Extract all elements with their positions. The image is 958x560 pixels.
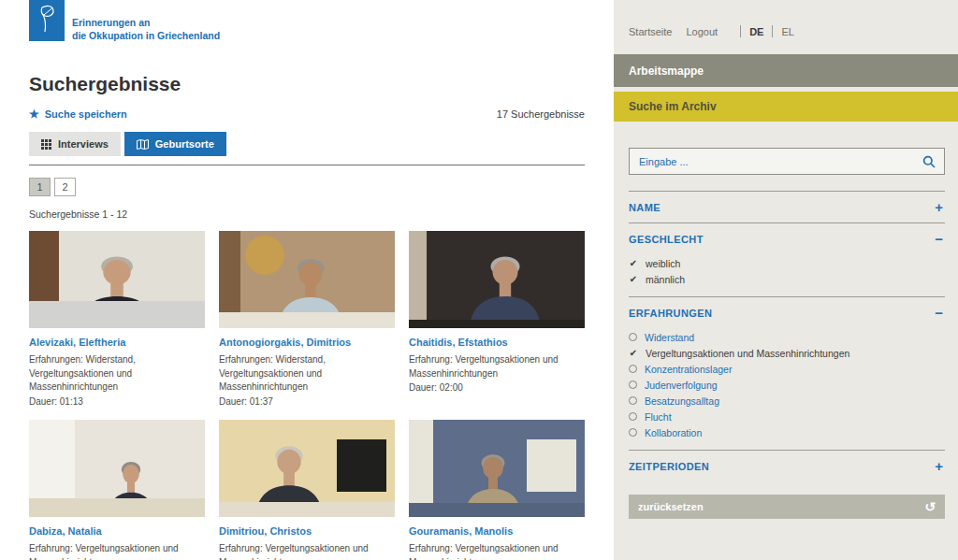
- divider: [29, 165, 585, 165]
- interview-duration: Dauer: 01:13: [29, 395, 205, 409]
- interview-experiences: Erfahrungen: Widerstand, Vergeltungsakti…: [29, 353, 205, 395]
- page: Erinnerungen an die Okkupation in Griech…: [0, 0, 958, 560]
- interview-thumbnail[interactable]: [409, 420, 585, 517]
- suche-im-archiv-bar[interactable]: Suche im Archiv: [614, 92, 958, 122]
- interview-name-link[interactable]: Antonogiorgakis, Dimitrios: [219, 337, 395, 348]
- expand-toggle-icon[interactable]: −: [935, 232, 943, 246]
- filter-option[interactable]: Widerstand: [629, 329, 945, 345]
- interview-experiences: Erfahrungen: Widerstand, Vergeltungsakti…: [219, 353, 395, 395]
- thumbnail-foreground-detail: [29, 498, 205, 518]
- filter-option-label: Widerstand: [645, 332, 694, 343]
- interview-name-link[interactable]: Chaitidis, Efstathios: [409, 337, 585, 348]
- interview-name-link[interactable]: Dimitriou, Christos: [219, 525, 395, 537]
- filter-option-label: Flucht: [645, 411, 672, 423]
- tab-geburtsorte-label: Geburtsorte: [155, 138, 214, 150]
- result-card: Alevizaki, Eleftheria Erfahrungen: Wider…: [29, 231, 205, 409]
- top-navigation: Startseite Logout DE EL: [614, 0, 958, 37]
- interview-thumbnail[interactable]: [409, 231, 585, 328]
- save-search-link[interactable]: ★ Suche speichern: [29, 108, 127, 120]
- filter-list: NAME + GESCHLECHT − ✔ weiblich ✔ männlic…: [629, 191, 945, 481]
- filter-option-label: Besatzungsalltag: [645, 395, 719, 407]
- filter-option[interactable]: Besatzungsalltag: [629, 393, 945, 409]
- sidebar: Startseite Logout DE EL Arbeitsmappe Suc…: [614, 0, 958, 560]
- search-icon[interactable]: [922, 155, 944, 168]
- star-icon: ★: [29, 108, 39, 120]
- results-toolbar: ★ Suche speichern 17 Suchergebnisse: [29, 108, 585, 120]
- grid-icon: [41, 139, 51, 150]
- thumbnail-background-detail: [409, 231, 427, 328]
- tab-interviews[interactable]: Interviews: [29, 132, 121, 156]
- undo-icon: ↺: [924, 500, 936, 513]
- expand-toggle-icon[interactable]: +: [935, 459, 943, 473]
- checkmark-icon: ✔: [629, 259, 638, 268]
- expand-toggle-icon[interactable]: +: [935, 200, 943, 214]
- filter-option[interactable]: Kollaboration: [629, 424, 945, 440]
- interview-experiences: Erfahrung: Vergeltungsaktionen und Masse…: [409, 353, 585, 381]
- filter-option[interactable]: ✔ weiblich: [629, 255, 945, 271]
- thumbnail-foreground-detail: [409, 320, 585, 328]
- lang-el[interactable]: EL: [781, 26, 793, 37]
- result-count: 17 Suchergebnisse: [497, 108, 585, 120]
- checkmark-icon: ✔: [629, 349, 638, 358]
- interview-name-link[interactable]: Alevizaki, Eleftheria: [29, 337, 205, 348]
- page-button-1[interactable]: 1: [29, 178, 51, 196]
- tab-geburtsorte[interactable]: Geburtsorte: [124, 132, 226, 156]
- pagination: 1 2: [29, 178, 585, 196]
- interview-duration: Dauer: 01:37: [219, 395, 395, 409]
- interview-experiences: Erfahrung: Vergeltungsaktionen und Masse…: [409, 542, 585, 560]
- checkmark-icon: [629, 428, 637, 437]
- interview-thumbnail[interactable]: [219, 231, 395, 328]
- result-card: Antonogiorgakis, Dimitrios Erfahrungen: …: [219, 231, 395, 409]
- filter-section: ERFAHRUNGEN − Widerstand ✔ Vergeltungsak…: [629, 296, 945, 450]
- filter-option-label: Konzentrationslager: [645, 364, 732, 375]
- search-box: [629, 148, 945, 175]
- checkmark-icon: [629, 365, 637, 373]
- filter-option[interactable]: Flucht: [629, 409, 945, 424]
- reset-button[interactable]: zurücksetzen ↺: [629, 495, 945, 519]
- filter-section-label: ZEITPERIODEN: [629, 461, 709, 472]
- interview-name-link[interactable]: Gouramanis, Manolis: [409, 525, 585, 537]
- filter-options: Widerstand ✔ Vergeltungsaktionen und Mas…: [629, 328, 945, 450]
- filter-option[interactable]: Judenverfolgung: [629, 377, 945, 393]
- filter-option[interactable]: ✔ Vergeltungsaktionen und Massenhinricht…: [629, 345, 945, 361]
- tab-interviews-label: Interviews: [58, 138, 109, 150]
- site-title-line2: die Okkupation in Griechenland: [72, 29, 220, 42]
- page-button-2[interactable]: 2: [54, 178, 76, 196]
- reset-label: zurücksetzen: [638, 501, 704, 512]
- filter-option[interactable]: Konzentrationslager: [629, 361, 945, 377]
- map-icon: [137, 139, 149, 150]
- site-title[interactable]: Erinnerungen an die Okkupation in Griech…: [72, 16, 220, 42]
- filter-option[interactable]: ✔ männlich: [629, 271, 945, 287]
- site-logo[interactable]: [29, 0, 65, 41]
- results-range: Suchergebnisse 1 - 12: [29, 208, 585, 220]
- interview-experiences: Erfahrung: Vergeltungsaktionen und Masse…: [219, 542, 395, 560]
- expand-toggle-icon[interactable]: −: [935, 306, 943, 320]
- nav-startseite[interactable]: Startseite: [629, 26, 672, 37]
- thumbnail-foreground-detail: [219, 312, 395, 329]
- filter-section: NAME +: [629, 191, 945, 223]
- nav-logout[interactable]: Logout: [686, 26, 718, 37]
- interview-thumbnail[interactable]: [29, 420, 205, 517]
- results-grid: Alevizaki, Eleftheria Erfahrungen: Wider…: [29, 231, 585, 560]
- filter-option-label: weiblich: [646, 258, 680, 269]
- thumbnail-foreground-detail: [219, 502, 395, 518]
- main-content: Erinnerungen an die Okkupation in Griech…: [0, 0, 614, 560]
- lang-de[interactable]: DE: [749, 26, 763, 37]
- interview-duration: Dauer: 02:00: [409, 381, 585, 395]
- filter-option-label: Vergeltungsaktionen und Massenhinrichtun…: [646, 348, 849, 359]
- filter-section-header[interactable]: ERFAHRUNGEN −: [629, 297, 945, 328]
- poppy-flower-icon: [36, 4, 58, 37]
- search-input[interactable]: [630, 156, 922, 167]
- interview-thumbnail[interactable]: [29, 231, 205, 328]
- filter-section-header[interactable]: ZEITPERIODEN +: [629, 451, 945, 481]
- filter-option-label: Kollaboration: [645, 427, 702, 438]
- filter-section-header[interactable]: NAME +: [629, 192, 945, 223]
- interview-thumbnail[interactable]: [219, 420, 395, 517]
- arbeitsmappe-bar[interactable]: Arbeitsmappe: [614, 54, 958, 87]
- interview-name-link[interactable]: Dabiza, Natalia: [29, 525, 205, 537]
- filter-section-label: ERFAHRUNGEN: [629, 308, 712, 319]
- thumbnail-background-detail: [337, 439, 386, 492]
- filter-section-header[interactable]: GESCHLECHT −: [629, 223, 945, 254]
- checkmark-icon: [629, 396, 637, 405]
- separator: [740, 25, 741, 37]
